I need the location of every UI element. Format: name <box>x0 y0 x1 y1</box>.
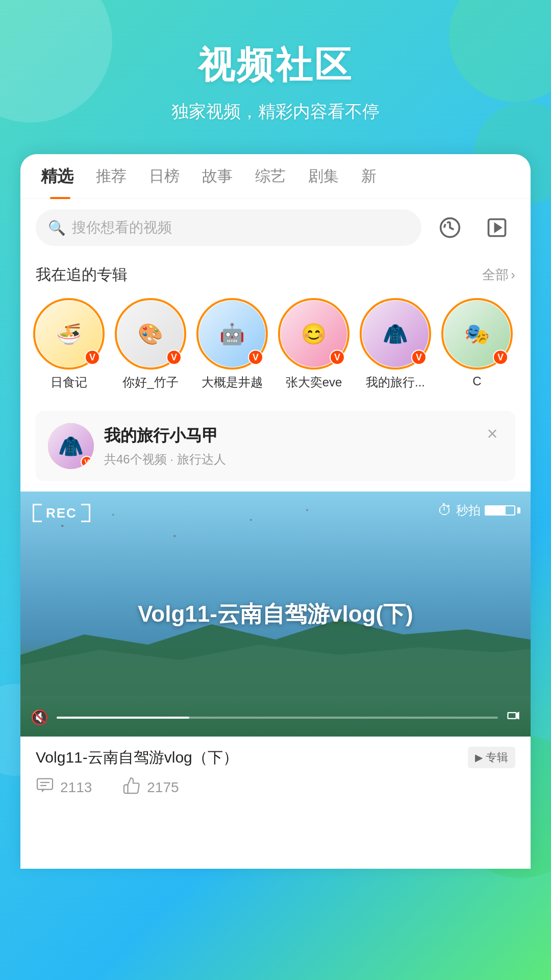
svg-marker-4 <box>20 645 531 696</box>
svg-rect-7 <box>37 779 53 790</box>
tab-ribang[interactable]: 日榜 <box>138 154 191 199</box>
video-album-tag-icon: ▶ <box>475 751 483 764</box>
search-area: 🔍 搜你想看的视频 <box>20 199 531 256</box>
albums-row: 🍜 V 日食记 🎨 V 你好_竹子 🤖 V 大概是井越 � <box>20 296 531 406</box>
tab-jingxuan[interactable]: 精选 <box>36 154 85 199</box>
video-title-overlay: Volg11-云南自驾游vlog(下) <box>138 599 413 629</box>
tab-xin[interactable]: 新 <box>350 154 388 199</box>
album-partial[interactable]: 🎭 V C <box>444 301 510 390</box>
following-section-more[interactable]: 全部 › <box>482 266 515 284</box>
album-avatar-wrap-wodelvxing: 🧥 V <box>362 301 429 367</box>
chevron-right-icon: › <box>511 267 515 283</box>
search-box[interactable]: 🔍 搜你想看的视频 <box>36 209 421 246</box>
rec-text: REC <box>46 505 77 521</box>
album-daigaishijing[interactable]: 🤖 V 大概是井越 <box>199 301 265 390</box>
history-icon <box>439 216 461 239</box>
featured-name: 我的旅行小马甲 <box>104 425 503 447</box>
v-badge-rishuji: V <box>85 350 100 365</box>
like-icon <box>122 776 141 799</box>
album-name-partial: C <box>472 374 481 388</box>
album-wodelvxing[interactable]: 🧥 V 我的旅行... <box>362 301 429 390</box>
battery-fill <box>486 506 506 514</box>
fullscreen-icon[interactable] <box>506 708 520 726</box>
video-stats-row: 2113 2175 <box>20 776 531 814</box>
tab-gushi[interactable]: 故事 <box>191 154 244 199</box>
v-badge-wodelvxing: V <box>411 350 427 365</box>
like-stat[interactable]: 2175 <box>122 776 179 799</box>
video-album-tag-text: 专辑 <box>486 750 508 765</box>
featured-info: 我的旅行小马甲 共46个视频 · 旅行达人 <box>104 425 503 468</box>
bird-2: 𝄪 <box>112 512 114 517</box>
featured-card: 🧥 V 我的旅行小马甲 共46个视频 · 旅行达人 × <box>36 411 515 481</box>
search-input-placeholder: 搜你想看的视频 <box>72 218 172 237</box>
album-avatar-wrap-partial: 🎭 V <box>444 301 510 367</box>
bird-1: 𝄪 <box>61 522 64 528</box>
album-name-daigaishijing: 大概是井越 <box>202 374 263 390</box>
like-count: 2175 <box>147 779 179 796</box>
album-avatar-wrap-daigaishijing: 🤖 V <box>199 301 265 367</box>
album-avatar-wrap-zhangdayi: 😊 V <box>281 301 347 367</box>
album-name-zhangdayi: 张大奕eve <box>286 374 342 390</box>
album-nihaozhuzi[interactable]: 🎨 V 你好_竹子 <box>117 301 184 390</box>
battery-bar <box>485 505 515 516</box>
history-button[interactable] <box>432 209 468 246</box>
tab-bar: 精选 推荐 日榜 故事 综艺 剧集 新 <box>20 154 531 199</box>
main-card: 精选 推荐 日榜 故事 综艺 剧集 新 🔍 搜你想看的视频 我在追的专辑 <box>20 154 531 869</box>
miaopai-label: 秒拍 <box>456 502 481 519</box>
tab-zongyi[interactable]: 综艺 <box>244 154 297 199</box>
album-name-nihaozhuzi: 你好_竹子 <box>122 374 178 390</box>
rec-bracket-right <box>81 504 90 522</box>
album-rishuji[interactable]: 🍜 V 日食记 <box>36 301 102 390</box>
featured-close-button[interactable]: × <box>480 421 505 447</box>
svg-marker-6 <box>516 713 519 719</box>
page-subtitle: 独家视频，精彩内容看不停 <box>0 100 551 124</box>
more-label: 全部 <box>482 266 509 284</box>
video-thumbnail[interactable]: 𝄪 𝄪 𝄪 𝄪 𝄪 REC ⏱ 秒拍 <box>20 492 531 737</box>
v-badge-nihaozhuzi: V <box>166 350 182 365</box>
tab-tuijian[interactable]: 推荐 <box>85 154 138 199</box>
v-badge-zhangdayi: V <box>330 350 345 365</box>
album-name-wodelvxing: 我的旅行... <box>366 374 425 390</box>
video-info-row: Volg11-云南自驾游vlog（下） ▶ 专辑 <box>20 737 531 776</box>
playlist-button[interactable] <box>479 209 515 246</box>
bird-5: 𝄪 <box>306 507 308 512</box>
comment-stat[interactable]: 2113 <box>36 776 92 799</box>
search-icon: 🔍 <box>48 219 66 236</box>
rec-bracket-left <box>33 504 42 522</box>
video-album-tag[interactable]: ▶ 专辑 <box>468 747 515 768</box>
bird-3: 𝄪 <box>173 532 176 538</box>
featured-avatar: 🧥 V <box>48 423 94 469</box>
tab-juji[interactable]: 剧集 <box>297 154 350 199</box>
battery-tip <box>517 507 520 513</box>
album-zhangdayi[interactable]: 😊 V 张大奕eve <box>281 301 347 390</box>
video-title: Volg11-云南自驾游vlog（下） <box>36 747 462 768</box>
album-avatar-wrap-rishuji: 🍜 V <box>36 301 102 367</box>
video-rec-badge: REC <box>33 504 90 522</box>
comment-icon <box>36 776 54 799</box>
header-area: 视频社区 独家视频，精彩内容看不停 <box>0 0 551 154</box>
video-bottom-controls: 🔇 <box>31 708 520 726</box>
featured-v-badge: V <box>81 456 93 468</box>
video-progress-fill <box>57 717 189 719</box>
comment-count: 2113 <box>60 779 92 796</box>
video-top-right: ⏱ 秒拍 <box>438 502 520 519</box>
v-badge-partial: V <box>493 350 508 365</box>
following-section-header: 我在追的专辑 全部 › <box>20 256 531 296</box>
featured-meta: 共46个视频 · 旅行达人 <box>104 451 503 468</box>
svg-rect-5 <box>508 713 516 719</box>
battery-indicator <box>485 505 520 516</box>
svg-marker-2 <box>495 224 500 232</box>
page-title: 视频社区 <box>0 41 551 90</box>
miaopai-play-icon: ⏱ <box>438 502 452 519</box>
following-section-title: 我在追的专辑 <box>36 264 128 285</box>
volume-icon[interactable]: 🔇 <box>31 709 48 726</box>
album-avatar-wrap-nihaozhuzi: 🎨 V <box>117 301 184 367</box>
album-name-rishuji: 日食记 <box>51 374 87 390</box>
v-badge-daigaishijing: V <box>248 350 263 365</box>
bird-4: 𝄪 <box>250 517 252 522</box>
video-progress-bar[interactable] <box>57 717 498 719</box>
playlist-icon <box>486 216 508 239</box>
